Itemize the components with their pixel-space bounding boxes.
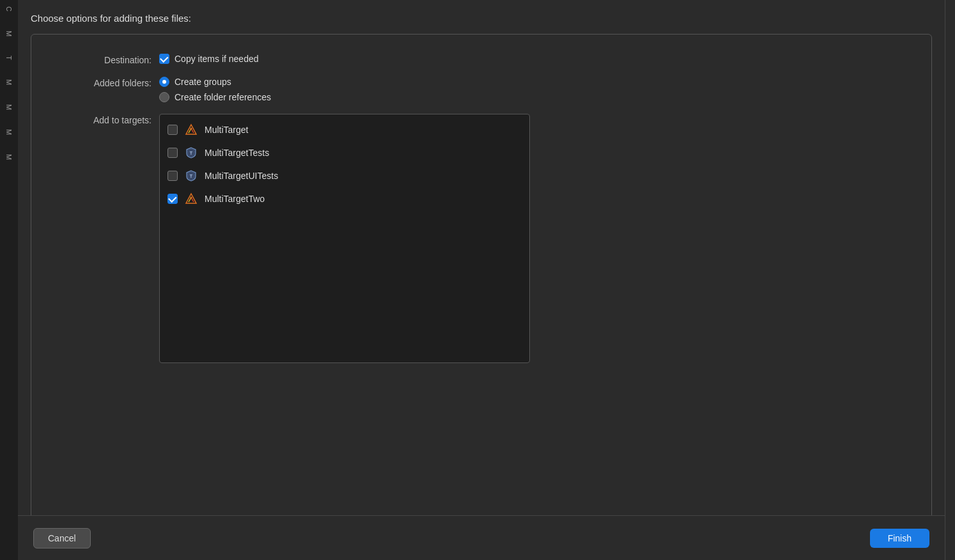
- bottom-bar: Cancel Finish: [18, 515, 945, 560]
- destination-content: Copy items if needed: [159, 54, 259, 64]
- svg-point-3: [190, 128, 192, 130]
- dialog-container: Choose options for adding these files: D…: [18, 0, 945, 560]
- target-name-multi-target-tests: MultiTargetTests: [205, 148, 269, 158]
- target-icon-multi-target-ui-tests: T: [184, 169, 198, 183]
- sidebar-letter-t[interactable]: T: [5, 56, 13, 60]
- target-row-multi-target-ui-tests[interactable]: T MultiTargetUITests: [160, 164, 529, 187]
- create-folder-refs-row: Create folder references: [159, 92, 271, 102]
- target-name-multi-target-two: MultiTargetTwo: [205, 194, 265, 204]
- sidebar-letter-m3[interactable]: M: [5, 104, 13, 110]
- scrollbar[interactable]: [945, 0, 955, 560]
- cancel-button[interactable]: Cancel: [33, 528, 91, 548]
- target-row-multi-target[interactable]: MultiTarget: [160, 118, 529, 141]
- destination-checkbox[interactable]: [159, 54, 169, 64]
- dialog-title: Choose options for adding these files:: [31, 13, 932, 24]
- target-icon-multi-target-tests: T: [184, 146, 198, 160]
- add-to-targets-row: Add to targets:: [57, 114, 906, 363]
- target-name-multi-target-ui-tests: MultiTargetUITests: [205, 171, 278, 181]
- targets-list: MultiTarget T MultiTargetTests: [159, 114, 530, 363]
- add-to-targets-label: Add to targets:: [57, 114, 159, 125]
- target-name-multi-target: MultiTarget: [205, 125, 248, 135]
- target-icon-multi-target: [184, 123, 198, 137]
- target-icon-multi-target-two: [184, 192, 198, 206]
- svg-point-9: [190, 197, 192, 199]
- target-checkbox-multi-target-ui-tests[interactable]: [167, 171, 178, 181]
- sidebar-strip: C M T M M M M: [0, 0, 18, 560]
- destination-checkbox-label: Copy items if needed: [175, 54, 259, 64]
- radio-create-folder-refs[interactable]: [159, 92, 169, 102]
- sidebar-letter-m5[interactable]: M: [5, 154, 13, 160]
- added-folders-label: Added folders:: [57, 77, 159, 88]
- create-folder-refs-label: Create folder references: [175, 92, 271, 102]
- target-row-multi-target-two[interactable]: MultiTargetTwo: [160, 187, 529, 210]
- added-folders-content: Create groups Create folder references: [159, 77, 271, 102]
- sidebar-letter-m4[interactable]: M: [5, 129, 13, 135]
- target-row-multi-target-tests[interactable]: T MultiTargetTests: [160, 141, 529, 164]
- sidebar-letter-c[interactable]: C: [5, 6, 13, 12]
- svg-text:T: T: [190, 151, 193, 155]
- destination-checkbox-row: Copy items if needed: [159, 54, 259, 64]
- target-checkbox-multi-target-tests[interactable]: [167, 148, 178, 158]
- finish-button[interactable]: Finish: [870, 529, 929, 548]
- destination-row: Destination: Copy items if needed: [57, 54, 906, 65]
- svg-text:T: T: [190, 174, 193, 178]
- radio-create-groups[interactable]: [159, 77, 169, 87]
- dialog-box: Destination: Copy items if needed Added …: [31, 34, 932, 560]
- targets-content: MultiTarget T MultiTargetTests: [159, 114, 530, 363]
- destination-label: Destination:: [57, 54, 159, 65]
- added-folders-row: Added folders: Create groups Create fold…: [57, 77, 906, 102]
- sidebar-letter-m2[interactable]: M: [5, 79, 13, 85]
- target-checkbox-multi-target-two[interactable]: [167, 194, 178, 204]
- create-groups-row: Create groups: [159, 77, 271, 87]
- target-checkbox-multi-target[interactable]: [167, 125, 178, 135]
- sidebar-letter-m1[interactable]: M: [5, 31, 13, 36]
- create-groups-label: Create groups: [175, 77, 231, 87]
